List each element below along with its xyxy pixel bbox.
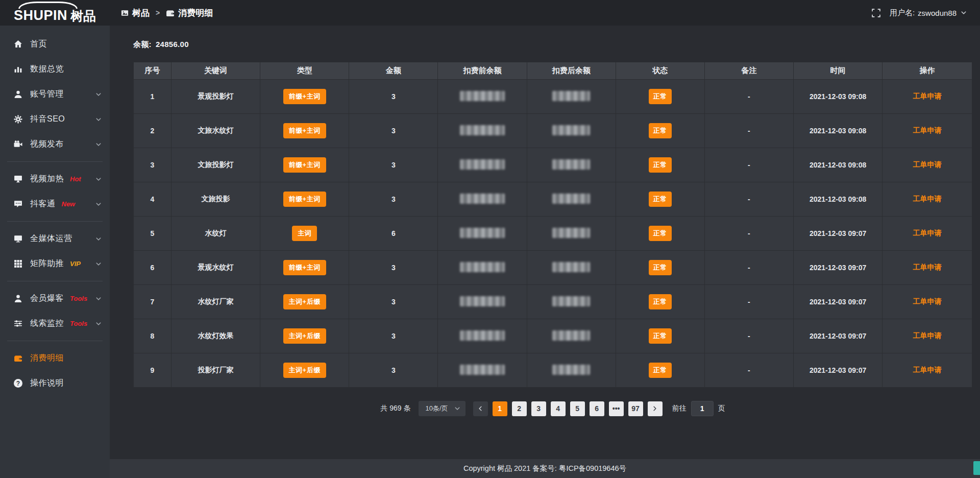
cell-action: 工单申请	[883, 182, 972, 217]
sidebar-item-badge: Tools	[70, 320, 87, 327]
sidebar-item-label: 消费明细	[30, 353, 64, 364]
page-ellipsis-button[interactable]: •••	[609, 401, 624, 416]
cell-status: 正常	[616, 182, 704, 217]
page-number-button[interactable]: 1	[493, 401, 507, 416]
work-order-link[interactable]: 工单申请	[913, 229, 942, 237]
cell-remark: -	[704, 80, 793, 114]
sidebar-item[interactable]: 矩阵助推VIP	[0, 251, 110, 276]
cell-time: 2021-12-03 09:07	[794, 217, 883, 251]
cell-status: 正常	[616, 114, 704, 148]
cell-balance-before	[438, 182, 527, 217]
cell-balance-before	[438, 80, 527, 114]
cell-remark: -	[704, 114, 793, 148]
sidebar-item-label: 视频加热	[30, 174, 64, 184]
prev-page-button[interactable]	[473, 401, 488, 416]
goto-page-input[interactable]	[691, 401, 714, 416]
work-order-link[interactable]: 工单申请	[913, 297, 942, 305]
sidebar-divider	[7, 161, 103, 162]
cell-status: 正常	[616, 80, 704, 114]
cell-action: 工单申请	[883, 319, 972, 353]
chat-widget[interactable]	[973, 461, 980, 475]
breadcrumb-item-home[interactable]: 树品	[121, 7, 150, 19]
user-menu[interactable]: 用户名: zswodun88	[890, 8, 967, 18]
page-number-button[interactable]: 4	[551, 401, 566, 416]
monitor-icon	[13, 234, 23, 243]
work-order-link[interactable]: 工单申请	[913, 195, 942, 203]
cell-seq: 3	[134, 148, 172, 182]
page-size-select[interactable]: 10条/页	[419, 401, 465, 416]
work-order-link[interactable]: 工单申请	[913, 126, 942, 134]
next-page-button[interactable]	[648, 401, 663, 416]
redacted-value	[460, 365, 505, 375]
breadcrumb-item-current[interactable]: 消费明细	[166, 7, 213, 19]
table-row: 2文旅水纹灯前缀+主词3正常-2021-12-03 09:08工单申请	[134, 114, 972, 148]
work-order-link[interactable]: 工单申请	[913, 366, 942, 374]
table-row: 9投影灯厂家主词+后缀3正常-2021-12-03 09:07工单申请	[134, 353, 972, 388]
cell-balance-before	[438, 251, 527, 285]
cell-seq: 6	[134, 251, 172, 285]
fullscreen-icon[interactable]	[872, 9, 880, 17]
cell-status: 正常	[616, 353, 704, 388]
page-number-button[interactable]: 2	[512, 401, 527, 416]
page-number-button[interactable]: 5	[570, 401, 585, 416]
type-badge: 主词+后缀	[283, 363, 326, 378]
work-order-link[interactable]: 工单申请	[913, 263, 942, 271]
chevron-left-icon	[477, 405, 483, 412]
work-order-link[interactable]: 工单申请	[913, 331, 942, 340]
cell-balance-after	[527, 251, 616, 285]
type-badge: 主词+后缀	[283, 328, 326, 344]
cell-keyword: 水纹灯	[171, 217, 260, 251]
sidebar-item-badge: Hot	[70, 175, 81, 183]
sidebar-item[interactable]: 抖客通New	[0, 192, 110, 217]
chevron-down-icon	[95, 261, 102, 267]
work-order-link[interactable]: 工单申请	[913, 92, 942, 100]
redacted-value	[460, 194, 505, 204]
sidebar-item[interactable]: 全媒体运营	[0, 226, 110, 251]
cell-keyword: 景观投影灯	[171, 80, 260, 114]
chevron-down-icon	[95, 321, 102, 327]
sidebar-item[interactable]: 消费明细	[0, 346, 110, 371]
logo-text-cn: 树品	[70, 10, 96, 22]
sidebar-item-label: 全媒体运营	[30, 233, 72, 244]
cell-balance-after	[527, 114, 616, 148]
username-value: zswodun88	[918, 9, 957, 17]
cell-seq: 2	[134, 114, 172, 148]
page-number-button[interactable]: 6	[590, 401, 604, 416]
cell-balance-before	[438, 114, 527, 148]
cell-action: 工单申请	[883, 80, 972, 114]
page-number-button[interactable]: 97	[628, 401, 643, 416]
column-header: 金额	[349, 62, 438, 80]
sidebar-item[interactable]: ?操作说明	[0, 371, 110, 396]
goto-suffix: 页	[718, 404, 725, 413]
column-header: 状态	[616, 62, 704, 80]
cell-balance-before	[438, 217, 527, 251]
status-badge: 正常	[649, 226, 672, 241]
page-number-button[interactable]: 3	[531, 401, 546, 416]
cell-type: 前缀+主词	[260, 80, 349, 114]
sidebar-item[interactable]: 线索监控Tools	[0, 311, 110, 336]
sidebar-item[interactable]: 视频发布	[0, 132, 110, 157]
cell-balance-after	[527, 80, 616, 114]
work-order-link[interactable]: 工单申请	[913, 160, 942, 169]
cell-keyword: 景观水纹灯	[171, 251, 260, 285]
logo[interactable]: SHUPIN 树品	[0, 0, 110, 26]
cell-action: 工单申请	[883, 217, 972, 251]
sidebar-item-label: 抖客通	[30, 199, 56, 209]
status-badge: 正常	[649, 328, 672, 344]
site-icon	[121, 9, 129, 17]
sidebar-item[interactable]: 抖音SEO	[0, 107, 110, 132]
topbar-right: 用户名: zswodun88	[872, 8, 980, 18]
sidebar-item[interactable]: 视频加热Hot	[0, 166, 110, 192]
chevron-down-icon	[95, 201, 102, 207]
column-header: 序号	[134, 62, 172, 80]
sidebar-item[interactable]: 数据总览	[0, 57, 110, 82]
sidebar-item-label: 账号管理	[30, 89, 64, 100]
cell-time: 2021-12-03 09:08	[794, 114, 883, 148]
sidebar-item[interactable]: 账号管理	[0, 82, 110, 107]
wallet-icon	[13, 354, 23, 363]
sidebar-item-label: 操作说明	[30, 378, 64, 389]
sidebar-item[interactable]: 首页	[0, 32, 110, 57]
chat-icon	[13, 200, 23, 208]
sidebar-item[interactable]: 会员爆客Tools	[0, 286, 110, 311]
grid-icon	[13, 259, 23, 268]
